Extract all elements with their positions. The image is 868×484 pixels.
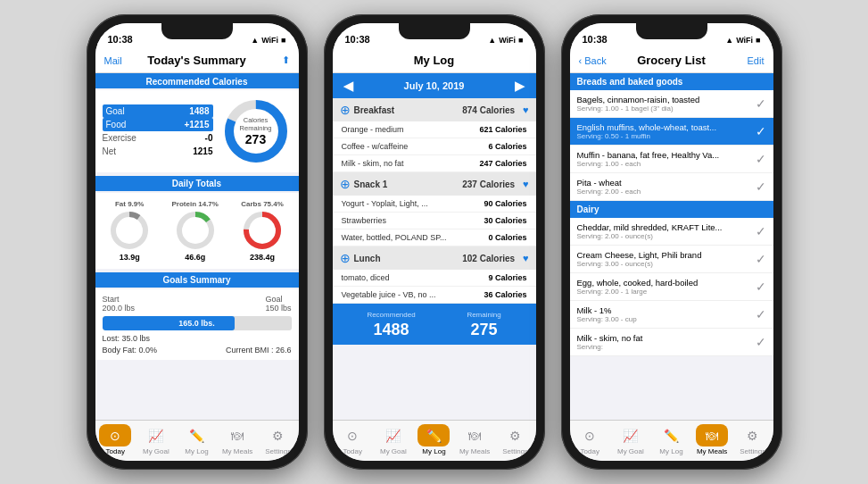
p2-date: July 10, 2019 xyxy=(404,80,465,91)
tab-settings-3[interactable]: ⚙ Settings xyxy=(732,424,773,455)
p3-item-cheddar[interactable]: Cheddar, mild shredded, KRAFT Lite... Se… xyxy=(570,218,773,246)
p2-snack1-name: Snack 1 xyxy=(354,179,388,189)
p2-prev-arrow[interactable]: ◀ xyxy=(343,79,353,93)
p1-exercise-label: Exercise xyxy=(103,133,136,143)
tab-mylog-3[interactable]: ✏️ My Log xyxy=(651,424,692,455)
tab-mylog-1[interactable]: ✏️ My Log xyxy=(177,424,218,455)
tab-bar-1: ⊙ Today 📈 My Goal ✏️ My Log xyxy=(95,420,299,461)
tab-mymeals-2[interactable]: 🍽 My Meals xyxy=(454,424,495,455)
p1-goal-val: 1488 xyxy=(189,106,209,116)
tab-today-1[interactable]: ⊙ Today xyxy=(95,424,136,455)
p2-snack1-header: ⊕ Snack 1 237 Calories ♥ xyxy=(333,172,536,196)
p2-lunch-left: ⊕ Lunch xyxy=(340,251,381,265)
phone-3: 10:38 ▲ WiFi ■ ‹ Back Grocery List Edit … xyxy=(561,14,782,470)
tab-mylog-label-2: My Log xyxy=(422,447,445,455)
tab-settings-icon-2: ⚙ xyxy=(509,429,521,443)
p1-protein-macro: Protein 14.7% 46.6g xyxy=(171,200,218,262)
p2-breakfast-plus[interactable]: ⊕ xyxy=(340,103,351,117)
p2-food-water[interactable]: Water, bottled, POLAND SP... 0 Calories xyxy=(333,229,536,246)
p2-snack1-plus[interactable]: ⊕ xyxy=(340,177,351,191)
nav-edit-3[interactable]: Edit xyxy=(732,55,765,66)
time-3: 10:38 xyxy=(583,34,608,45)
p2-snack1-left: ⊕ Snack 1 xyxy=(340,177,388,191)
p2-recommended-label: Recommended xyxy=(367,311,415,319)
p1-protein-label: Protein 14.7% xyxy=(171,200,218,208)
p2-remaining-label: Remaining xyxy=(467,311,500,319)
tab-mymeals-label-2: My Meals xyxy=(459,447,490,455)
p3-item-muffins-text: English muffins, whole-wheat, toast... S… xyxy=(577,122,717,140)
tab-mygoal-2[interactable]: 📈 My Goal xyxy=(373,424,414,455)
tab-today-label-2: Today xyxy=(343,447,362,455)
p3-item-egg-text: Egg, whole, cooked, hard-boiled Serving:… xyxy=(577,278,699,296)
p1-body-fat: Body Fat: 0.0% xyxy=(103,346,158,355)
tab-mygoal-label-3: My Goal xyxy=(617,447,644,455)
tab-mygoal-1[interactable]: 📈 My Goal xyxy=(136,424,177,455)
p3-item-bananaMuffin[interactable]: Muffin - banana, fat free, Healthy Va...… xyxy=(570,146,773,173)
tab-settings-icon-wrap-3: ⚙ xyxy=(737,424,769,446)
p2-food-yogurt[interactable]: Yogurt - Yoplait, Light, ... 90 Calories xyxy=(333,196,536,213)
tab-mygoal-3[interactable]: 📈 My Goal xyxy=(610,424,651,455)
nav-back-3[interactable]: ‹ Back xyxy=(579,55,611,66)
tab-mylog-2[interactable]: ✏️ My Log xyxy=(414,424,455,455)
p1-lost-val: Lost: 35.0 lbs xyxy=(103,334,151,343)
p3-item-milk1[interactable]: Milk - 1% Serving: 3.00 - cup ✓ xyxy=(570,301,773,329)
nav-left-1[interactable]: Mail xyxy=(104,55,136,66)
p3-check-cheddar: ✓ xyxy=(756,224,766,238)
tab-mymeals-icon-1: 🍽 xyxy=(231,429,244,443)
tab-today-3[interactable]: ⊙ Today xyxy=(570,424,611,455)
p2-vj-name: Vegetable juice - VB, no ... xyxy=(342,290,484,299)
p2-food-milk[interactable]: Milk - skim, no fat 247 Calories xyxy=(333,155,536,172)
tab-mymeals-icon-3: 🍽 xyxy=(706,429,718,443)
p2-strawberries-name: Strawberries xyxy=(342,216,484,225)
p2-food-coffee[interactable]: Coffee - w/caffeine 6 Calories xyxy=(333,138,536,155)
p1-start-label: Start200.0 lbs xyxy=(103,295,136,313)
tab-mymeals-3[interactable]: 🍽 My Meals xyxy=(691,424,732,455)
p1-content: Recommended Calories Goal 1488 Food +121… xyxy=(95,73,299,420)
tab-settings-1[interactable]: ⚙ Settings xyxy=(258,424,299,455)
tab-today-2[interactable]: ⊙ Today xyxy=(333,424,374,455)
p2-bottom-bar: Recommended 1488 Remaining 275 xyxy=(333,304,536,345)
status-icons-2: ▲ WiFi ■ xyxy=(488,36,523,45)
nav-bar-3: ‹ Back Grocery List Edit xyxy=(570,48,773,73)
p3-item-bananaMuffin-text: Muffin - banana, fat free, Healthy Va...… xyxy=(577,150,720,168)
p3-item-creamcheese-text: Cream Cheese, Light, Phili brand Serving… xyxy=(577,250,702,268)
p1-protein-val: 46.6g xyxy=(185,253,205,262)
tab-settings-label-1: Settings xyxy=(265,447,291,455)
tab-mygoal-label-1: My Goal xyxy=(143,447,169,455)
tab-settings-icon-wrap-2: ⚙ xyxy=(500,424,532,446)
p2-food-strawberries[interactable]: Strawberries 30 Calories xyxy=(333,213,536,229)
p3-item-creamcheese[interactable]: Cream Cheese, Light, Phili brand Serving… xyxy=(570,246,773,273)
p2-recommended-item: Recommended 1488 xyxy=(367,311,415,339)
p1-donut-label: CaloriesRemaining xyxy=(240,116,272,132)
nav-right-1[interactable]: ⬆ xyxy=(258,54,290,66)
status-bar-3: 10:38 ▲ WiFi ■ xyxy=(570,23,773,48)
tab-mygoal-label-2: My Goal xyxy=(380,447,407,455)
p1-goals-row: Start200.0 lbs Goal150 lbs xyxy=(103,295,292,313)
p3-item-muffins[interactable]: English muffins, whole-wheat, toast... S… xyxy=(570,118,773,146)
p2-breakfast-header: ⊕ Breakfast 874 Calories ♥ xyxy=(333,98,536,121)
svg-point-2 xyxy=(113,214,145,246)
p2-food-tomato[interactable]: tomato, diced 9 Calories xyxy=(333,270,536,287)
nav-title-2: My Log xyxy=(374,54,495,67)
p2-strawberries-cals: 30 Calories xyxy=(484,216,526,225)
nav-title-3: Grocery List xyxy=(611,54,732,67)
p2-food-vj[interactable]: Vegetable juice - VB, no ... 36 Calories xyxy=(333,287,536,304)
p2-food-orange[interactable]: Orange - medium 621 Calories xyxy=(333,121,536,138)
nav-title-1: Today's Summary xyxy=(136,54,258,67)
tab-settings-2[interactable]: ⚙ Settings xyxy=(495,424,536,455)
p3-check-muffins: ✓ xyxy=(756,124,766,138)
p2-lunch-cals: 102 Calories ♥ xyxy=(462,253,528,263)
tab-mygoal-icon-wrap-3: 📈 xyxy=(615,424,647,446)
tab-mylog-icon-2: ✏️ xyxy=(426,429,442,443)
p1-progress-track: 165.0 lbs. xyxy=(103,316,292,330)
p3-item-pita[interactable]: Pita - wheat Serving: 2.00 - each ✓ xyxy=(570,173,773,201)
p3-item-egg[interactable]: Egg, whole, cooked, hard-boiled Serving:… xyxy=(570,273,773,301)
p2-next-arrow[interactable]: ▶ xyxy=(515,79,525,93)
p3-item-bagels[interactable]: Bagels, cinnamon-raisin, toasted Serving… xyxy=(570,90,773,118)
p2-lunch-plus[interactable]: ⊕ xyxy=(340,251,351,265)
p2-yogurt-name: Yogurt - Yoplait, Light, ... xyxy=(342,199,484,208)
p3-item-milkskim[interactable]: Milk - skim, no fat Serving: ✓ xyxy=(570,329,773,356)
p1-net-row: Net 1215 xyxy=(103,145,213,158)
tab-mymeals-1[interactable]: 🍽 My Meals xyxy=(217,424,258,455)
p1-fat-label: Fat 9.9% xyxy=(115,200,144,208)
